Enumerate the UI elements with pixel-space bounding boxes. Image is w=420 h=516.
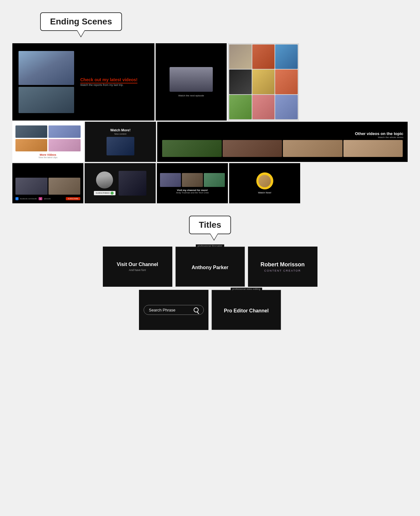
- watch-more-subtitle: New content: [114, 133, 126, 135]
- title-card-robert[interactable]: Robert Morisson CONTENT CREATOR: [248, 247, 317, 287]
- other-videos-title: Other videos on the topic: [162, 131, 403, 136]
- other-videos-text: Other videos on the topic Watch the whol…: [160, 131, 405, 140]
- ending-row-3: f facebook.com/studio ig @studio SUBSCRI…: [12, 163, 408, 203]
- card-other-videos[interactable]: Other videos on the topic Watch the whol…: [157, 122, 408, 162]
- titles-row-1: Visit Our Channel And have fun! professi…: [12, 247, 408, 287]
- title-card-search[interactable]: Search Phrase: [139, 290, 208, 330]
- other-thumb-3: [283, 140, 342, 157]
- person-face: [96, 171, 113, 188]
- face-video-thumb: [119, 171, 146, 196]
- instagram-label: @studio: [44, 198, 51, 200]
- thumb-2: [252, 44, 275, 69]
- photos-stack: [19, 51, 74, 113]
- visit-thumb-3: [204, 173, 225, 187]
- titles-header: Titles: [12, 216, 408, 237]
- card-social[interactable]: f facebook.com/studio ig @studio SUBSCRI…: [12, 163, 83, 203]
- titles-section: Titles Visit Our Channel And have fun! p…: [12, 216, 408, 330]
- ending-row-1: Check out my latest videos! Watch the re…: [12, 43, 408, 121]
- titles-row-2: Search Phrase professional video editing…: [12, 290, 408, 330]
- card-watch-next[interactable]: Watch the next episode: [156, 43, 227, 121]
- robert-name: Robert Morisson: [260, 261, 304, 268]
- ending-scenes-header: Ending Scenes: [40, 12, 408, 34]
- visit-channel-subtitle: Andy Trueman and the Tech Crew: [176, 192, 209, 194]
- mv-thumb-2: [48, 125, 80, 138]
- thumbnails-grid: [228, 43, 299, 121]
- subscribe-button[interactable]: SUBSCRIBE: [66, 197, 80, 200]
- ending-scenes-label: Ending Scenes: [40, 12, 122, 31]
- ending-row-2: More Videos View the latest clips Watch …: [12, 122, 408, 162]
- social-thumb-2: [48, 178, 81, 195]
- search-phrase-text: Search Phrase: [149, 308, 191, 312]
- title-card-pro-editor[interactable]: professional video editing Pro Editor Ch…: [212, 290, 281, 330]
- avatar-face: [258, 175, 271, 187]
- more-videos-thumbs: [15, 125, 81, 151]
- robert-subtitle: CONTENT CREATOR: [264, 269, 301, 272]
- thumb-3: [275, 44, 298, 69]
- other-videos-thumbs: [160, 140, 405, 159]
- watch-more-image: [107, 137, 134, 155]
- person-circle: [96, 171, 113, 188]
- yellow-avatar-circle: [256, 172, 273, 189]
- card-watch-now[interactable]: Watch Now!: [229, 163, 300, 203]
- left-small-cards: More Videos View the latest clips Watch …: [12, 122, 156, 162]
- thumb-1: [229, 44, 252, 69]
- search-icon: [194, 307, 199, 312]
- thumb-7: [229, 95, 252, 119]
- facebook-icon: f: [15, 197, 19, 200]
- watch-now-label: Watch Now!: [258, 191, 271, 194]
- thumb-9: [275, 95, 298, 119]
- visit-channel-title: Visit my channel for more!: [176, 189, 209, 192]
- visit-thumb-2: [182, 173, 203, 187]
- watch-thumbnail: [170, 67, 213, 92]
- facebook-label: facebook.com/studio: [20, 198, 37, 200]
- card-check-latest[interactable]: Check out my latest videos! Watch the re…: [12, 43, 154, 121]
- titles-label-text: Titles: [199, 220, 221, 230]
- visit-thumb-1: [160, 173, 181, 187]
- title-card-visit-channel[interactable]: Visit Our Channel And have fun!: [103, 247, 172, 287]
- check-latest-text: Check out my latest videos! Watch the re…: [80, 77, 148, 87]
- social-links: f facebook.com/studio ig @studio SUBSCRI…: [15, 197, 80, 200]
- card-watch-more[interactable]: Watch More! New content: [85, 122, 156, 162]
- other-thumb-1: [162, 140, 222, 157]
- other-thumb-4: [343, 140, 403, 157]
- card-more-videos[interactable]: More Videos View the latest clips: [12, 122, 84, 162]
- anthony-label: professional filmmaker: [196, 244, 224, 247]
- title-card-anthony[interactable]: professional filmmaker Anthony Parker: [175, 247, 245, 287]
- subscribed-badge: SUBSCRIBED: [94, 191, 116, 195]
- check-latest-title: Check out my latest videos!: [80, 77, 148, 82]
- thumb-6: [275, 70, 298, 94]
- instagram-icon: ig: [39, 197, 43, 200]
- visit-thumbs: [160, 173, 225, 187]
- visit-our-channel-title: Visit Our Channel: [117, 262, 158, 267]
- visit-channel-text: Visit my channel for more! Andy Trueman …: [176, 189, 209, 194]
- other-thumb-2: [223, 140, 282, 157]
- card-subscribe-face[interactable]: SUBSCRIBED: [85, 163, 156, 203]
- titles-section-label: Titles: [189, 216, 231, 234]
- card-visit-channel[interactable]: Visit my channel for more! Andy Trueman …: [157, 163, 228, 203]
- watch-more-title: Watch More!: [110, 128, 131, 132]
- card-grid-thumbnails[interactable]: [228, 43, 299, 121]
- thumb-8: [252, 95, 275, 119]
- ending-scenes-title: Ending Scenes: [50, 17, 112, 26]
- mv-thumb-3: [15, 139, 47, 151]
- check-icon: [111, 192, 114, 195]
- mv-thumb-1: [15, 125, 47, 138]
- social-thumb-1: [15, 178, 48, 195]
- search-box: Search Phrase: [144, 305, 204, 315]
- pro-editor-name: Pro Editor Channel: [224, 308, 269, 314]
- more-videos-text: More Videos View the latest clips: [39, 153, 57, 159]
- more-videos-subtitle: View the latest clips: [39, 156, 57, 159]
- thumb-5: [252, 70, 275, 94]
- more-videos-title: More Videos: [39, 153, 57, 156]
- mv-thumb-4: [48, 139, 80, 151]
- check-latest-subtitle: Watch the reports from my last trip.: [80, 83, 148, 87]
- other-videos-subtitle: Watch the whole series: [162, 136, 403, 139]
- thumb-4: [229, 70, 252, 94]
- anthony-name: Anthony Parker: [191, 265, 228, 270]
- visit-our-channel-subtitle: And have fun!: [129, 269, 146, 272]
- pro-editor-label: professional video editing: [230, 288, 262, 290]
- social-thumbs: [15, 178, 80, 195]
- watch-next-label: Watch the next episode: [178, 94, 204, 97]
